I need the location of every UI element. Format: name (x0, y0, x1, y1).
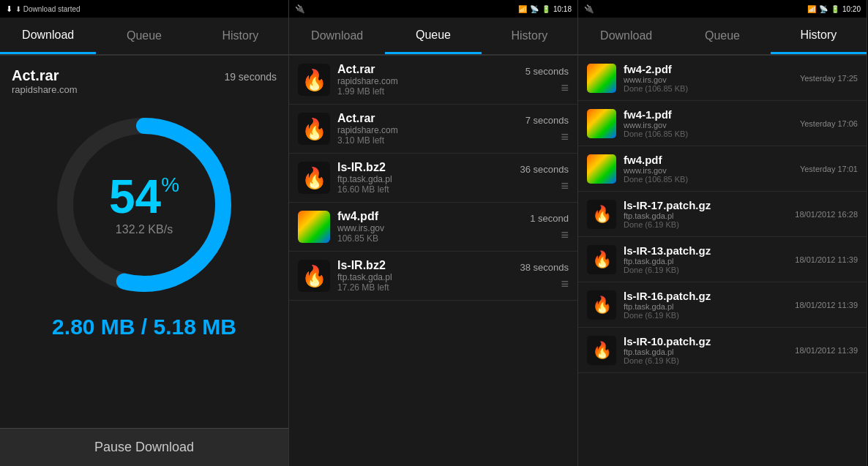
item-size: 17.26 MB left (337, 282, 513, 293)
hist-name: ls-IR-16.patch.gz (624, 290, 787, 302)
file-name: Act.rar (12, 67, 78, 84)
hist-status: Done (106.85 KB) (624, 175, 793, 184)
item-details: Act.rar rapidshare.com 3.10 MB left (337, 112, 518, 146)
hist-time: Yesterday 17:01 (800, 165, 858, 173)
hist-time: 18/01/2012 11:39 (795, 346, 858, 355)
percent-symbol: % (161, 173, 179, 197)
tab-queue-1[interactable]: Queue (96, 18, 192, 54)
hist-source: www.irs.gov (624, 166, 793, 175)
item-size: 1.99 MB left (337, 86, 518, 97)
status-bar-right-3: 📶 📡 🔋 10:20 (807, 5, 861, 13)
fire-icon: 🔥 (298, 162, 330, 194)
hist-details: ls-IR-13.patch.gz ftp.task.gda.pl Done (… (624, 244, 787, 274)
hist-name: fw4-1.pdf (624, 108, 793, 121)
history-item[interactable]: fw4-1.pdf www.irs.gov Done (106.85 KB) Y… (578, 101, 867, 146)
menu-icon[interactable]: ≡ (561, 179, 569, 192)
tab-history-3[interactable]: History (771, 18, 867, 54)
item-name: fw4.pdf (337, 210, 523, 223)
item-name: ls-IR.bz2 (337, 259, 513, 272)
item-name: ls-IR.bz2 (337, 161, 513, 174)
hist-details: ls-IR-17.patch.gz ftp.task.gda.pl Done (… (624, 199, 787, 229)
history-item[interactable]: 🔥 ls-IR-16.patch.gz ftp.task.gda.pl Done… (578, 282, 867, 328)
item-details: ls-IR.bz2 ftp.task.gda.pl 16.60 MB left (337, 161, 513, 195)
status-bar-left-3: 🔌 (584, 4, 594, 14)
hist-status: Done (106.85 KB) (624, 84, 793, 93)
item-details: ls-IR.bz2 ftp.task.gda.pl 17.26 MB left (337, 259, 513, 293)
file-source: rapidshare.com (12, 84, 78, 95)
hist-status: Done (6.19 KB) (624, 356, 787, 365)
history-item[interactable]: 🔥 ls-IR-13.patch.gz ftp.task.gda.pl Done… (578, 237, 867, 282)
menu-icon[interactable]: ≡ (561, 277, 569, 290)
queue-item[interactable]: 🔥 ls-IR.bz2 ftp.task.gda.pl 17.26 MB lef… (289, 252, 577, 301)
hist-details: ls-IR-16.patch.gz ftp.task.gda.pl Done (… (624, 290, 787, 320)
pause-button[interactable]: Pause Download (0, 428, 288, 466)
hist-name: fw4.pdf (624, 154, 793, 166)
time-2: 10:18 (553, 5, 572, 13)
tab-download-2[interactable]: Download (289, 18, 385, 54)
item-source: rapidshare.com (337, 125, 518, 135)
signal-icon-2: 📡 (530, 5, 539, 13)
queue-item[interactable]: fw4.pdf www.irs.gov 106.85 KB 1 second ≡ (289, 203, 577, 252)
hist-details: fw4-2.pdf www.irs.gov Done (106.85 KB) (624, 63, 793, 93)
hist-time: Yesterday 17:06 (800, 119, 858, 128)
download-icon: ⬇ (6, 4, 12, 14)
percent-display: 54 % (109, 173, 179, 220)
hist-source: ftp.task.gda.pl (624, 257, 787, 266)
fire-icon-hist: 🔥 (587, 200, 616, 229)
fire-icon: 🔥 (298, 260, 330, 292)
item-right: 38 seconds ≡ (520, 262, 569, 290)
file-info-left: Act.rar rapidshare.com (12, 67, 78, 95)
tab-queue-3[interactable]: Queue (674, 18, 770, 54)
item-right: 1 second ≡ (530, 213, 569, 241)
item-source: www.irs.gov (337, 223, 523, 233)
queue-item[interactable]: 🔥 Act.rar rapidshare.com 3.10 MB left 7 … (289, 105, 577, 154)
status-bar-2: 🔌 📶 📡 🔋 10:18 (289, 0, 577, 18)
fire-icon-hist: 🔥 (587, 290, 616, 320)
tab-history-2[interactable]: History (482, 18, 577, 54)
fire-icon-hist: 🔥 (587, 245, 616, 274)
hist-status: Done (106.85 KB) (624, 129, 793, 138)
history-item[interactable]: 🔥 ls-IR-17.patch.gz ftp.task.gda.pl Done… (578, 192, 867, 237)
wifi-icon-3: 📶 (807, 5, 816, 13)
tab-download-1[interactable]: Download (0, 18, 96, 54)
hist-status: Done (6.19 KB) (624, 220, 787, 229)
queue-panel: 🔌 📶 📡 🔋 10:18 Download Queue History 🔥 A… (289, 0, 578, 466)
history-item[interactable]: fw4-2.pdf www.irs.gov Done (106.85 KB) Y… (578, 56, 867, 101)
file-info-row: Act.rar rapidshare.com 19 seconds (12, 67, 277, 95)
hist-details: fw4-1.pdf www.irs.gov Done (106.85 KB) (624, 108, 793, 138)
tab-queue-2[interactable]: Queue (385, 18, 481, 54)
percent-value: 54 (109, 173, 161, 220)
hist-source: www.irs.gov (624, 75, 793, 84)
item-details: Act.rar rapidshare.com 1.99 MB left (337, 63, 518, 97)
status-bar-left-2: 🔌 (295, 4, 305, 14)
fire-icon: 🔥 (298, 113, 330, 145)
hist-time: 18/01/2012 16:28 (795, 210, 858, 219)
tab-bar-3: Download Queue History (578, 18, 867, 56)
item-details: fw4.pdf www.irs.gov 106.85 KB (337, 210, 523, 244)
hist-details: fw4.pdf www.irs.gov Done (106.85 KB) (624, 154, 793, 184)
circle-inner: 54 % 132.2 KB/s (49, 110, 239, 300)
battery-icon-2: 🔋 (542, 5, 550, 13)
history-item[interactable]: 🔥 ls-IR-10.patch.gz ftp.task.gda.pl Done… (578, 328, 867, 373)
item-right: 36 seconds ≡ (520, 164, 569, 192)
tab-bar-2: Download Queue History (289, 18, 577, 56)
item-name: Act.rar (337, 63, 518, 76)
item-source: ftp.task.gda.pl (337, 174, 513, 184)
tab-download-3[interactable]: Download (578, 18, 674, 54)
item-eta: 1 second (530, 213, 569, 224)
hist-name: fw4-2.pdf (624, 63, 793, 75)
menu-icon[interactable]: ≡ (561, 228, 569, 241)
notification-text: ⬇ Download started (15, 5, 81, 13)
history-item[interactable]: fw4.pdf www.irs.gov Done (106.85 KB) Yes… (578, 146, 867, 192)
speed-text: 132.2 KB/s (116, 223, 173, 236)
queue-item[interactable]: 🔥 ls-IR.bz2 ftp.task.gda.pl 16.60 MB lef… (289, 154, 577, 203)
hist-name: ls-IR-13.patch.gz (624, 244, 787, 257)
menu-icon[interactable]: ≡ (561, 81, 569, 94)
hist-source: ftp.task.gda.pl (624, 211, 787, 220)
status-bar-right-2: 📶 📡 🔋 10:18 (518, 5, 572, 13)
usb-icon-3: 🔌 (584, 4, 594, 14)
pdf-icon-hist (587, 64, 616, 93)
queue-item[interactable]: 🔥 Act.rar rapidshare.com 1.99 MB left 5 … (289, 56, 577, 105)
menu-icon[interactable]: ≡ (561, 130, 569, 143)
tab-history-1[interactable]: History (192, 18, 288, 54)
